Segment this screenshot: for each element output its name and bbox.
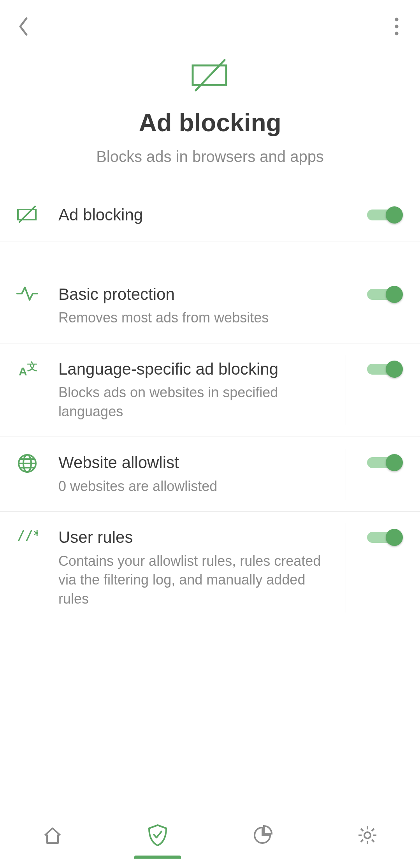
row-title: Website allowlist xyxy=(58,452,355,473)
toggle-language-specific[interactable] xyxy=(367,361,403,378)
more-button[interactable] xyxy=(387,17,406,36)
adblock-icon xyxy=(189,58,232,93)
page-subtitle: Blocks ads in browsers and apps xyxy=(96,148,324,166)
row-subtitle: Contains your allowlist rules, rules cre… xyxy=(58,552,339,609)
row-title: Ad blocking xyxy=(58,205,355,225)
svg-text:A: A xyxy=(19,365,27,378)
row-language-specific[interactable]: A 文 Language-specific ad blocking Blocks… xyxy=(0,343,420,437)
toggle-basic-protection[interactable] xyxy=(367,286,403,303)
svg-point-1 xyxy=(395,25,399,28)
row-user-rules[interactable]: //* User rules Contains your allowlist r… xyxy=(0,511,420,624)
svg-text://*: //* xyxy=(17,528,38,543)
row-basic-protection[interactable]: Basic protection Removes most ads from w… xyxy=(0,268,420,343)
svg-text:文: 文 xyxy=(27,361,37,372)
settings-list: Ad blocking Basic protection Removes mos… xyxy=(0,189,420,802)
globe-icon xyxy=(16,452,39,474)
svg-point-2 xyxy=(395,32,399,35)
page-title: Ad blocking xyxy=(139,108,281,137)
row-website-allowlist[interactable]: Website allowlist 0 websites are allowli… xyxy=(0,437,420,511)
nav-settings[interactable] xyxy=(344,812,391,859)
code-icon: //* xyxy=(16,527,39,544)
bottom-nav xyxy=(0,802,420,868)
row-title: User rules xyxy=(58,527,355,548)
adblock-icon xyxy=(16,205,39,223)
svg-point-15 xyxy=(364,832,371,838)
chevron-left-icon xyxy=(18,17,29,36)
toggle-user-rules[interactable] xyxy=(367,529,403,546)
more-vertical-icon xyxy=(395,17,399,36)
activity-icon xyxy=(16,284,39,302)
row-subtitle: 0 websites are allowlisted xyxy=(58,477,339,496)
row-subtitle: Removes most ads from websites xyxy=(58,308,339,327)
gear-icon xyxy=(357,825,378,846)
row-ad-blocking[interactable]: Ad blocking xyxy=(0,189,420,241)
hero: Ad blocking Blocks ads in browsers and a… xyxy=(0,50,420,189)
topbar xyxy=(0,3,420,50)
svg-point-0 xyxy=(395,18,399,21)
row-subtitle: Blocks ads on websites in specified lang… xyxy=(58,383,339,421)
pie-chart-icon xyxy=(252,825,272,845)
home-icon xyxy=(42,825,63,845)
back-button[interactable] xyxy=(14,17,33,36)
row-title: Basic protection xyxy=(58,284,355,305)
shield-check-icon xyxy=(147,824,169,847)
nav-protection[interactable] xyxy=(134,812,181,859)
toggle-ad-blocking[interactable] xyxy=(367,206,403,224)
row-title: Language-specific ad blocking xyxy=(58,359,355,380)
translate-icon: A 文 xyxy=(16,359,39,379)
nav-stats[interactable] xyxy=(239,812,286,859)
nav-active-indicator xyxy=(134,856,181,859)
nav-home[interactable] xyxy=(29,812,76,859)
toggle-website-allowlist[interactable] xyxy=(367,454,403,471)
